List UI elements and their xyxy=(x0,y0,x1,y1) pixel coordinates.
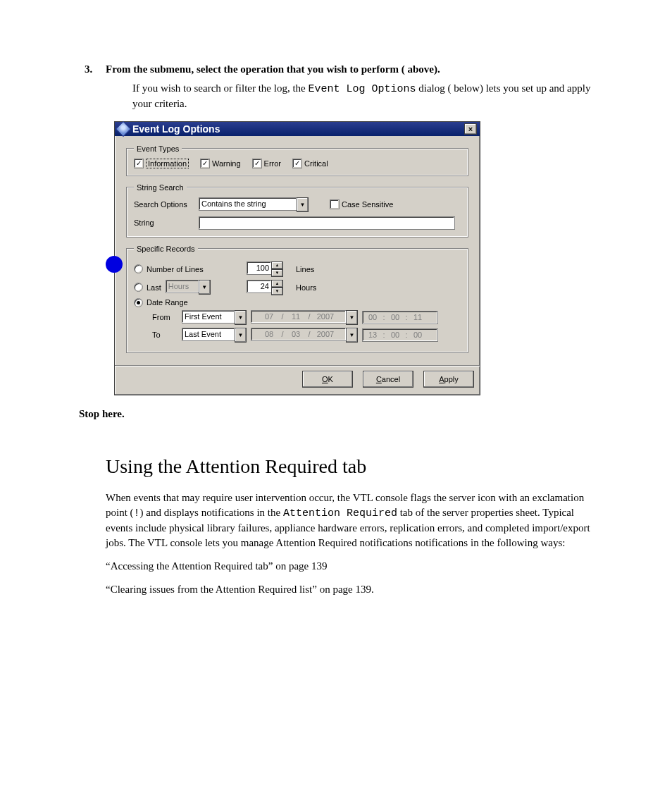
checkbox-warning[interactable]: Warning xyxy=(200,159,241,168)
ok-button[interactable]: OK xyxy=(302,371,353,388)
callout-b-icon xyxy=(106,256,123,273)
chevron-down-icon[interactable]: ▼ xyxy=(271,269,283,277)
dialog-title: Event Log Options xyxy=(132,123,220,135)
string-label: String xyxy=(134,218,192,227)
chevron-down-icon[interactable]: ▼ xyxy=(235,328,247,343)
cancel-button[interactable]: Cancel xyxy=(363,371,413,388)
specific-records-group: Specific Records Number of Lines 100 ▲▼ … xyxy=(126,245,468,353)
code-event-log-options: Event Log Options xyxy=(309,83,416,95)
last-unit-combo[interactable]: Hours ▼ xyxy=(166,280,211,295)
event-log-options-dialog: Event Log Options × Event Types Informat… xyxy=(114,121,480,395)
step-text: From the submenu, select the operation t… xyxy=(106,63,440,75)
lines-unit: Lines xyxy=(296,265,314,273)
to-date-combo[interactable]: 08/ 03/ 2007 ▼ xyxy=(251,328,358,343)
string-search-legend: String Search xyxy=(134,183,187,192)
chevron-down-icon[interactable]: ▼ xyxy=(346,328,358,343)
checkbox-case-sensitive[interactable]: Case Sensitive xyxy=(330,199,393,209)
step-number: 3. xyxy=(85,63,92,75)
xref-accessing: “Accessing the Attention Required tab” o… xyxy=(106,559,595,574)
apply-button[interactable]: Apply xyxy=(423,371,474,388)
stop-here: Stop here. xyxy=(79,408,595,420)
from-event-combo[interactable]: First Event ▼ xyxy=(182,310,247,325)
last-value-spinner[interactable]: 24 ▲▼ xyxy=(247,280,283,295)
chevron-down-icon[interactable]: ▼ xyxy=(297,197,309,212)
event-types-legend: Event Types xyxy=(134,144,182,153)
string-input[interactable] xyxy=(199,216,455,230)
from-label: From xyxy=(152,313,178,321)
to-event-combo[interactable]: Last Event ▼ xyxy=(182,328,247,343)
dialog-figure: Event Log Options × Event Types Informat… xyxy=(114,121,479,395)
radio-number-of-lines[interactable]: Number of Lines xyxy=(134,264,204,273)
string-search-group: String Search Search Options Contains th… xyxy=(126,183,468,238)
close-button[interactable]: × xyxy=(464,123,477,135)
search-options-label: Search Options xyxy=(134,200,192,209)
checkbox-critical[interactable]: Critical xyxy=(292,159,328,168)
specific-records-legend: Specific Records xyxy=(134,245,198,253)
number-of-lines-spinner[interactable]: 100 ▲▼ xyxy=(247,261,283,277)
section-paragraph: When events that may require user interv… xyxy=(106,491,595,550)
code-bang: ! xyxy=(134,507,140,519)
to-time-field[interactable]: 13: 00: 00 xyxy=(362,328,438,342)
xref-clearing: “Clearing issues from the Attention Requ… xyxy=(106,582,595,597)
section-heading: Using the Attention Required tab xyxy=(106,455,595,478)
to-label: To xyxy=(152,331,178,339)
search-options-combo[interactable]: Contains the string ▼ xyxy=(199,197,309,212)
radio-last[interactable]: Last xyxy=(134,283,161,292)
hours-unit: Hours xyxy=(296,283,316,292)
chevron-down-icon[interactable]: ▼ xyxy=(199,280,211,295)
title-bar: Event Log Options × xyxy=(115,122,480,136)
from-date-combo[interactable]: 07/ 11/ 2007 ▼ xyxy=(251,310,358,325)
code-attention-required: Attention Required xyxy=(283,507,397,519)
checkbox-information[interactable]: Information xyxy=(134,159,189,168)
chevron-up-icon[interactable]: ▲ xyxy=(271,280,283,288)
step-body: If you wish to search or filter the log,… xyxy=(132,81,595,111)
checkbox-error[interactable]: Error xyxy=(252,159,281,168)
event-types-group: Event Types Information Warning Error Cr… xyxy=(126,144,468,176)
chevron-up-icon[interactable]: ▲ xyxy=(271,261,283,269)
close-icon: × xyxy=(468,125,473,133)
radio-date-range[interactable]: Date Range xyxy=(134,298,188,307)
chevron-down-icon[interactable]: ▼ xyxy=(235,310,247,325)
dialog-icon xyxy=(116,121,132,137)
chevron-down-icon[interactable]: ▼ xyxy=(346,310,358,325)
chevron-down-icon[interactable]: ▼ xyxy=(271,288,283,295)
from-time-field[interactable]: 00: 00: 11 xyxy=(362,311,438,324)
